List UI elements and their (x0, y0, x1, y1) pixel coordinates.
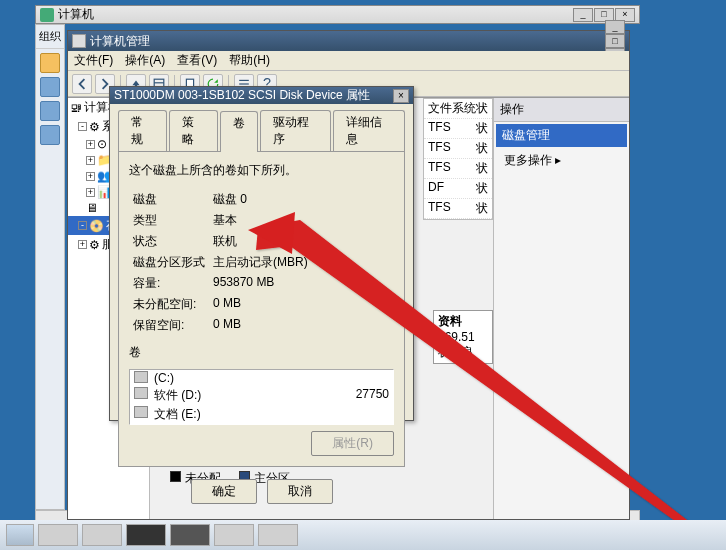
row-reserved: 保留空间:0 MB (129, 315, 312, 336)
tab-policy[interactable]: 策略 (169, 110, 218, 151)
mgmt-icon (72, 34, 86, 48)
volume-list-peek: 文件系统状 TFS状 TFS状 TFS状 DF状 TFS状 (423, 98, 493, 220)
volume-properties-button[interactable]: 属性(R) (311, 431, 394, 456)
list-row[interactable]: TFS状 (424, 119, 492, 139)
back-button[interactable] (72, 74, 92, 94)
volume-row[interactable]: 软件 (D:)27750 (130, 386, 393, 405)
network-icon[interactable] (40, 125, 60, 145)
row-capacity: 容量:953870 MB (129, 273, 312, 294)
favorites-icon[interactable] (40, 53, 60, 73)
more-actions[interactable]: 更多操作 ▸ (494, 149, 629, 172)
drive-icon (134, 371, 148, 383)
actions-pane: 操作 磁盘管理 更多操作 ▸ (494, 98, 629, 519)
volume-row[interactable]: (C:) (130, 370, 393, 386)
vol-header: 卷 (129, 344, 394, 361)
prop-close-button[interactable]: × (393, 89, 409, 103)
list-row[interactable]: TFS状 (424, 199, 492, 219)
mgmt-min-button[interactable]: _ (605, 20, 625, 34)
start-button[interactable] (6, 524, 34, 546)
mgmt-title: 计算机管理 (90, 33, 150, 50)
taskbar[interactable] (0, 520, 726, 550)
cancel-button[interactable]: 取消 (267, 479, 333, 504)
drive-icon (134, 387, 148, 399)
prop-tabs: 常规 策略 卷 驱动程序 详细信息 (110, 104, 413, 151)
libraries-icon[interactable] (40, 77, 60, 97)
taskbar-item[interactable] (126, 524, 166, 546)
partition-status: 状态良 (438, 344, 488, 361)
menu-view[interactable]: 查看(V) (177, 52, 217, 69)
tab-general[interactable]: 常规 (118, 110, 167, 151)
organize-label[interactable]: 组织 (36, 25, 64, 49)
mgmt-titlebar: 计算机管理 _ □ × (68, 31, 629, 51)
row-unallocated: 未分配空间:0 MB (129, 294, 312, 315)
taskbar-item[interactable] (214, 524, 254, 546)
properties-dialog: ST1000DM 003-1SB102 SCSI Disk Device 属性 … (109, 86, 414, 421)
dialog-buttons: 确定 取消 (110, 475, 413, 510)
explorer-min-button[interactable]: _ (573, 8, 593, 22)
taskbar-item[interactable] (82, 524, 122, 546)
disk-info-table: 磁盘磁盘 0 类型基本 状态联机 磁盘分区形式主启动记录(MBR) 容量:953… (129, 189, 312, 336)
menu-file[interactable]: 文件(F) (74, 52, 113, 69)
list-row[interactable]: TFS状 (424, 139, 492, 159)
row-type: 类型基本 (129, 210, 312, 231)
mgmt-max-button[interactable]: □ (605, 34, 625, 48)
ok-button[interactable]: 确定 (191, 479, 257, 504)
tab-details[interactable]: 详细信息 (333, 110, 405, 151)
row-disk: 磁盘磁盘 0 (129, 189, 312, 210)
taskbar-item[interactable] (170, 524, 210, 546)
taskbar-item[interactable] (258, 524, 298, 546)
mgmt-menubar: 文件(F) 操作(A) 查看(V) 帮助(H) (68, 51, 629, 71)
drive-icon (134, 406, 148, 418)
volume-row[interactable]: 文档 (E:) (130, 405, 393, 424)
row-partition-style: 磁盘分区形式主启动记录(MBR) (129, 252, 312, 273)
tab-volumes[interactable]: 卷 (220, 111, 258, 152)
partition-info-box[interactable]: 资料 269.51 状态良 (433, 310, 493, 364)
list-row[interactable]: DF状 (424, 179, 492, 199)
partition-name: 资料 (438, 313, 488, 330)
menu-help[interactable]: 帮助(H) (229, 52, 270, 69)
info-text: 这个磁盘上所含的卷如下所列。 (129, 162, 394, 179)
row-status: 状态联机 (129, 231, 312, 252)
tab-driver[interactable]: 驱动程序 (260, 110, 332, 151)
prop-title: ST1000DM 003-1SB102 SCSI Disk Device 属性 (114, 87, 370, 104)
computer-nav-icon[interactable] (40, 101, 60, 121)
menu-action[interactable]: 操作(A) (125, 52, 165, 69)
partition-size: 269.51 (438, 330, 488, 344)
prop-content: 这个磁盘上所含的卷如下所列。 磁盘磁盘 0 类型基本 状态联机 磁盘分区形式主启… (118, 151, 405, 467)
explorer-title: 计算机 (58, 6, 94, 23)
explorer-sidebar: 组织 (35, 24, 65, 510)
chevron-right-icon: ▸ (555, 153, 561, 167)
list-row[interactable]: TFS状 (424, 159, 492, 179)
explorer-titlebar: 计算机 _ □ × (35, 5, 640, 24)
prop-titlebar: ST1000DM 003-1SB102 SCSI Disk Device 属性 … (110, 87, 413, 104)
actions-section: 磁盘管理 (496, 124, 627, 147)
computer-icon (40, 8, 54, 22)
col-header[interactable]: 文件系统状 (424, 99, 492, 119)
actions-header: 操作 (494, 98, 629, 122)
volume-listbox[interactable]: (C:) 软件 (D:)27750 文档 (E:) (129, 369, 394, 425)
taskbar-item[interactable] (38, 524, 78, 546)
